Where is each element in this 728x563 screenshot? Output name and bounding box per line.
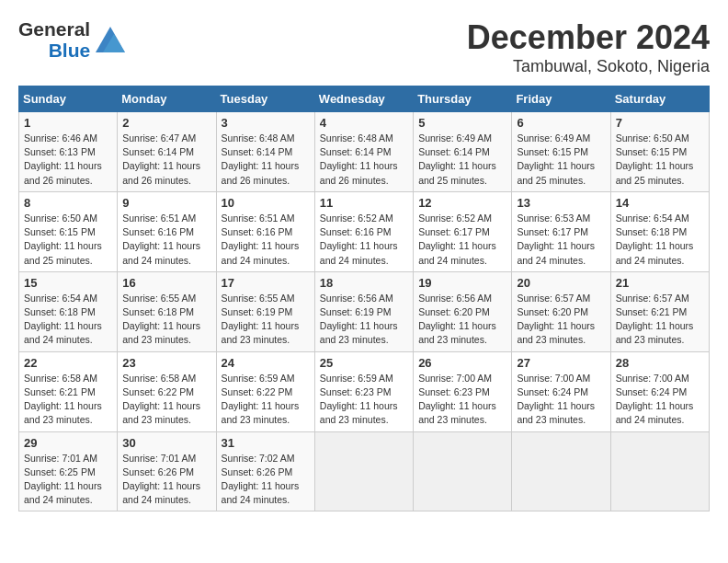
table-row: 18 Sunrise: 6:56 AM Sunset: 6:19 PM Dayl… <box>314 271 413 351</box>
header-monday: Monday <box>118 86 216 112</box>
day-number: 12 <box>418 196 506 210</box>
table-row: 14 Sunrise: 6:54 AM Sunset: 6:18 PM Dayl… <box>610 191 709 271</box>
day-info: Sunrise: 6:49 AM Sunset: 6:15 PM Dayligh… <box>517 132 605 188</box>
day-number: 17 <box>222 276 310 290</box>
day-info: Sunrise: 6:55 AM Sunset: 6:19 PM Dayligh… <box>222 292 310 348</box>
day-info: Sunrise: 6:58 AM Sunset: 6:21 PM Dayligh… <box>24 372 112 428</box>
calendar-header-row: Sunday Monday Tuesday Wednesday Thursday… <box>19 86 710 112</box>
day-number: 20 <box>517 276 605 290</box>
day-number: 6 <box>517 116 605 130</box>
day-number: 13 <box>517 196 605 210</box>
day-info: Sunrise: 6:50 AM Sunset: 6:15 PM Dayligh… <box>616 132 704 188</box>
day-number: 23 <box>122 356 210 370</box>
day-number: 30 <box>122 436 210 450</box>
table-row: 12 Sunrise: 6:52 AM Sunset: 6:17 PM Dayl… <box>414 191 512 271</box>
day-info: Sunrise: 6:56 AM Sunset: 6:19 PM Dayligh… <box>320 292 408 348</box>
table-row: 1 Sunrise: 6:46 AM Sunset: 6:13 PM Dayli… <box>19 112 118 192</box>
day-info: Sunrise: 7:00 AM Sunset: 6:24 PM Dayligh… <box>517 372 605 428</box>
table-row: 16 Sunrise: 6:55 AM Sunset: 6:18 PM Dayl… <box>118 271 216 351</box>
table-row: 24 Sunrise: 6:59 AM Sunset: 6:22 PM Dayl… <box>216 351 314 431</box>
day-number: 24 <box>222 356 310 370</box>
day-number: 27 <box>517 356 605 370</box>
day-number: 18 <box>320 276 408 290</box>
table-row: 6 Sunrise: 6:49 AM Sunset: 6:15 PM Dayli… <box>512 112 610 192</box>
day-number: 22 <box>24 356 112 370</box>
day-info: Sunrise: 6:57 AM Sunset: 6:21 PM Dayligh… <box>616 292 704 348</box>
table-row: 5 Sunrise: 6:49 AM Sunset: 6:14 PM Dayli… <box>414 112 512 192</box>
day-info: Sunrise: 6:52 AM Sunset: 6:17 PM Dayligh… <box>418 212 506 268</box>
calendar-week-row: 8 Sunrise: 6:50 AM Sunset: 6:15 PM Dayli… <box>19 191 710 271</box>
day-info: Sunrise: 7:00 AM Sunset: 6:23 PM Dayligh… <box>418 372 506 428</box>
day-number: 26 <box>418 356 506 370</box>
title-block: December 2024 Tambuwal, Sokoto, Nigeria <box>467 18 710 76</box>
day-info: Sunrise: 6:59 AM Sunset: 6:22 PM Dayligh… <box>222 372 310 428</box>
table-row: 15 Sunrise: 6:54 AM Sunset: 6:18 PM Dayl… <box>19 271 118 351</box>
header-saturday: Saturday <box>610 86 709 112</box>
calendar-week-row: 1 Sunrise: 6:46 AM Sunset: 6:13 PM Dayli… <box>19 112 710 192</box>
day-info: Sunrise: 6:48 AM Sunset: 6:14 PM Dayligh… <box>320 132 408 188</box>
day-number: 3 <box>222 116 310 130</box>
table-row: 20 Sunrise: 6:57 AM Sunset: 6:20 PM Dayl… <box>512 271 610 351</box>
day-info: Sunrise: 7:02 AM Sunset: 6:26 PM Dayligh… <box>222 452 310 508</box>
day-number: 15 <box>24 276 112 290</box>
logo: General Blue <box>18 18 125 61</box>
day-info: Sunrise: 6:51 AM Sunset: 6:16 PM Dayligh… <box>122 212 210 268</box>
day-info: Sunrise: 6:54 AM Sunset: 6:18 PM Dayligh… <box>24 292 112 348</box>
day-number: 7 <box>616 116 704 130</box>
page-subtitle: Tambuwal, Sokoto, Nigeria <box>467 57 710 76</box>
table-row <box>314 431 413 511</box>
table-row: 29 Sunrise: 7:01 AM Sunset: 6:25 PM Dayl… <box>19 431 118 511</box>
table-row: 3 Sunrise: 6:48 AM Sunset: 6:14 PM Dayli… <box>216 112 314 192</box>
table-row: 28 Sunrise: 7:00 AM Sunset: 6:24 PM Dayl… <box>610 351 709 431</box>
day-number: 2 <box>122 116 210 130</box>
logo-blue: Blue <box>49 40 91 61</box>
day-info: Sunrise: 6:46 AM Sunset: 6:13 PM Dayligh… <box>24 132 112 188</box>
table-row: 31 Sunrise: 7:02 AM Sunset: 6:26 PM Dayl… <box>216 431 314 511</box>
day-info: Sunrise: 6:55 AM Sunset: 6:18 PM Dayligh… <box>122 292 210 348</box>
table-row: 30 Sunrise: 7:01 AM Sunset: 6:26 PM Dayl… <box>118 431 216 511</box>
day-number: 14 <box>616 196 704 210</box>
table-row: 9 Sunrise: 6:51 AM Sunset: 6:16 PM Dayli… <box>118 191 216 271</box>
table-row: 22 Sunrise: 6:58 AM Sunset: 6:21 PM Dayl… <box>19 351 118 431</box>
table-row: 2 Sunrise: 6:47 AM Sunset: 6:14 PM Dayli… <box>118 112 216 192</box>
day-number: 8 <box>24 196 112 210</box>
header-sunday: Sunday <box>19 86 118 112</box>
day-number: 28 <box>616 356 704 370</box>
page-title: December 2024 <box>467 18 710 57</box>
day-info: Sunrise: 6:48 AM Sunset: 6:14 PM Dayligh… <box>222 132 310 188</box>
day-info: Sunrise: 6:49 AM Sunset: 6:14 PM Dayligh… <box>418 132 506 188</box>
day-info: Sunrise: 7:00 AM Sunset: 6:24 PM Dayligh… <box>616 372 704 428</box>
table-row: 4 Sunrise: 6:48 AM Sunset: 6:14 PM Dayli… <box>314 112 413 192</box>
table-row: 27 Sunrise: 7:00 AM Sunset: 6:24 PM Dayl… <box>512 351 610 431</box>
table-row: 23 Sunrise: 6:58 AM Sunset: 6:22 PM Dayl… <box>118 351 216 431</box>
day-number: 10 <box>222 196 310 210</box>
table-row: 7 Sunrise: 6:50 AM Sunset: 6:15 PM Dayli… <box>610 112 709 192</box>
day-number: 16 <box>122 276 210 290</box>
table-row <box>512 431 610 511</box>
day-info: Sunrise: 6:56 AM Sunset: 6:20 PM Dayligh… <box>418 292 506 348</box>
day-info: Sunrise: 6:54 AM Sunset: 6:18 PM Dayligh… <box>616 212 704 268</box>
day-info: Sunrise: 6:52 AM Sunset: 6:16 PM Dayligh… <box>320 212 408 268</box>
day-number: 1 <box>24 116 112 130</box>
day-info: Sunrise: 6:51 AM Sunset: 6:16 PM Dayligh… <box>222 212 310 268</box>
day-number: 19 <box>418 276 506 290</box>
day-info: Sunrise: 6:53 AM Sunset: 6:17 PM Dayligh… <box>517 212 605 268</box>
header-tuesday: Tuesday <box>216 86 314 112</box>
day-number: 31 <box>222 436 310 450</box>
day-number: 21 <box>616 276 704 290</box>
table-row <box>610 431 709 511</box>
table-row: 8 Sunrise: 6:50 AM Sunset: 6:15 PM Dayli… <box>19 191 118 271</box>
header-wednesday: Wednesday <box>314 86 413 112</box>
header-friday: Friday <box>512 86 610 112</box>
day-number: 5 <box>418 116 506 130</box>
logo-general: General <box>18 18 90 40</box>
page-header: General Blue December 2024 Tambuwal, Sok… <box>18 18 710 76</box>
day-number: 25 <box>320 356 408 370</box>
table-row: 11 Sunrise: 6:52 AM Sunset: 6:16 PM Dayl… <box>314 191 413 271</box>
table-row: 21 Sunrise: 6:57 AM Sunset: 6:21 PM Dayl… <box>610 271 709 351</box>
table-row: 19 Sunrise: 6:56 AM Sunset: 6:20 PM Dayl… <box>414 271 512 351</box>
day-info: Sunrise: 6:57 AM Sunset: 6:20 PM Dayligh… <box>517 292 605 348</box>
table-row: 17 Sunrise: 6:55 AM Sunset: 6:19 PM Dayl… <box>216 271 314 351</box>
table-row: 25 Sunrise: 6:59 AM Sunset: 6:23 PM Dayl… <box>314 351 413 431</box>
calendar-week-row: 15 Sunrise: 6:54 AM Sunset: 6:18 PM Dayl… <box>19 271 710 351</box>
